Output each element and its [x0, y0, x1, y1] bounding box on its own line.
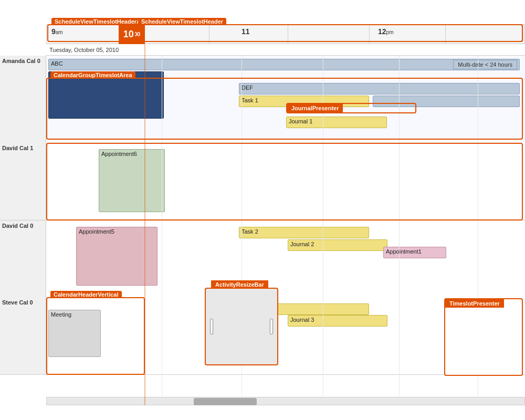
- row-label-david1: David Cal 1: [0, 143, 46, 220]
- multi-date-badge: Multi-date < 24 hours: [453, 60, 517, 69]
- david-cal1-box: [46, 143, 523, 220]
- cal-header-vertical-box: CalendarHeaderVertical: [46, 297, 145, 375]
- event-appointment1[interactable]: Appointment1: [383, 247, 446, 258]
- schedule-view-timeslot-header-box: ScheduleViewTimeslotHeader: [134, 24, 523, 42]
- row-label-steve: Steve Cal 0: [0, 297, 46, 375]
- schedule-view: Amanda Cal 0 David Cal 1 David Cal 0 Ste…: [0, 0, 525, 420]
- horizontal-scrollbar[interactable]: [46, 397, 525, 405]
- row-label-amanda: Amanda Cal 0: [0, 56, 46, 144]
- timeslot-presenter-box: TimeslotPresenter: [444, 298, 523, 376]
- cal-group-timeslot-label: CalendarGroupTimeslotArea: [50, 71, 135, 79]
- event-journal2[interactable]: Journal 2: [288, 239, 387, 251]
- activity-resize-bar-label: ActivityResizeBar: [211, 280, 268, 289]
- activity-resize-bar-box: ActivityResizeBar: [205, 288, 278, 365]
- cal-group-timeslot-area-box: CalendarGroupTimeslotArea: [46, 78, 523, 140]
- resize-handle-left[interactable]: [210, 319, 213, 334]
- schedule-view-timeslot-header-label: ScheduleViewTimeslotHeader: [138, 18, 226, 25]
- event-journal3[interactable]: Journal 3: [288, 315, 387, 327]
- event-abc[interactable]: ABC Multi-date < 24 hours: [48, 59, 520, 70]
- row-label-david0: David Cal 0: [0, 220, 46, 298]
- event-task2[interactable]: Task 2: [239, 227, 369, 238]
- cal-header-vertical-label: CalendarHeaderVertical: [50, 291, 122, 298]
- journal-presenter-box: JournalPresenter: [286, 103, 416, 113]
- journal-presenter-label: JournalPresenter: [287, 104, 343, 112]
- scrollbar-thumb[interactable]: [194, 398, 257, 405]
- timeslot-presenter-label: TimeslotPresenter: [445, 299, 504, 308]
- date-label: Tuesday, October 05, 2010: [46, 44, 525, 56]
- resize-handle-right[interactable]: [270, 319, 273, 334]
